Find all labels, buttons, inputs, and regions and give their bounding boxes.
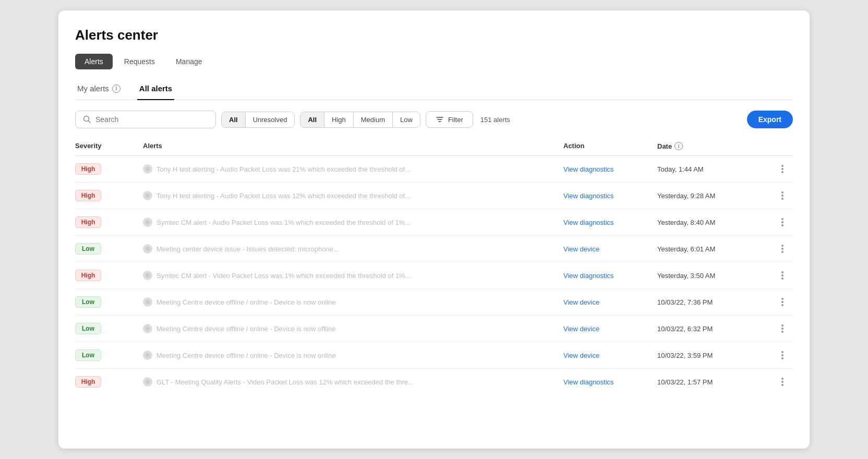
sev-all-btn[interactable]: All — [300, 112, 324, 127]
alert-icon — [143, 164, 152, 174]
alert-icon — [143, 191, 152, 200]
table-row: High GLT - Meeting Quality Alerts - Vide… — [75, 369, 793, 395]
svg-point-6 — [146, 194, 150, 198]
severity-cell: High — [75, 270, 143, 281]
more-options-button[interactable] — [772, 351, 793, 359]
tab-alerts[interactable]: Alerts — [75, 54, 113, 69]
more-options-button[interactable] — [772, 191, 793, 200]
severity-cell: Low — [75, 243, 143, 255]
alert-text-cell: Tony H test alerting - Audio Packet Loss… — [143, 164, 563, 174]
alert-text-cell: Meeting center device issue - Issues det… — [143, 244, 563, 253]
severity-badge: Low — [75, 323, 101, 334]
action-link[interactable]: View diagnostics — [563, 378, 614, 386]
alert-description: Tony H test alerting - Audio Packet Loss… — [156, 192, 411, 200]
info-icon: i — [112, 84, 120, 93]
action-cell: View diagnostics — [563, 191, 657, 200]
action-cell: View diagnostics — [563, 164, 657, 174]
severity-cell: High — [75, 376, 143, 388]
alert-text-cell: Meeting Centre device offline / online -… — [143, 324, 563, 333]
sub-tab-all-alerts[interactable]: All alerts — [137, 80, 174, 100]
more-options-button[interactable] — [772, 378, 793, 386]
alert-text-cell: Meeting Centre device offline / online -… — [143, 351, 563, 360]
alert-text-cell: Symtec CM alert - Audio Packet Loss was … — [143, 218, 563, 227]
action-link[interactable]: View device — [563, 325, 599, 333]
more-options-button[interactable] — [772, 298, 793, 306]
date-cell: Yesterday, 6:01 AM — [657, 245, 772, 253]
severity-badge: Low — [75, 349, 101, 361]
toolbar: All Unresolved All High Medium Low Filte… — [75, 111, 793, 128]
alert-icon — [143, 351, 152, 360]
svg-point-7 — [146, 220, 150, 224]
sub-tab-my-alerts[interactable]: My alerts i — [75, 80, 123, 100]
alert-text-cell: Tony H test alerting - Audio Packet Loss… — [143, 191, 563, 200]
table-row: Low Meeting Centre device offline / onli… — [75, 342, 793, 369]
date-cell: Today, 1:44 AM — [657, 165, 772, 173]
search-input[interactable] — [95, 115, 208, 124]
date-cell: 10/03/22, 1:57 PM — [657, 378, 772, 386]
col-alerts: Alerts — [143, 142, 563, 150]
export-button[interactable]: Export — [747, 111, 793, 128]
tab-requests[interactable]: Requests — [115, 54, 164, 69]
action-link[interactable]: View device — [563, 298, 599, 306]
action-cell: View device — [563, 324, 657, 333]
alert-icon — [143, 218, 152, 227]
sev-high-btn[interactable]: High — [324, 112, 354, 127]
severity-cell: High — [75, 216, 143, 228]
table-row: Low Meeting center device issue - Issues… — [75, 236, 793, 262]
more-options-button[interactable] — [772, 218, 793, 226]
severity-cell: High — [75, 163, 143, 175]
alert-icon — [143, 377, 152, 386]
severity-cell: Low — [75, 296, 143, 308]
action-link[interactable]: View diagnostics — [563, 219, 614, 226]
svg-point-13 — [146, 380, 150, 384]
alert-description: Symtec CM alert - Audio Packet Loss was … — [156, 219, 411, 226]
alert-description: Meeting Centre device offline / online -… — [156, 298, 336, 306]
more-options-button[interactable] — [772, 165, 793, 173]
action-cell: View diagnostics — [563, 377, 657, 386]
action-cell: View device — [563, 297, 657, 307]
date-cell: 10/03/22, 7:36 PM — [657, 298, 772, 306]
action-link[interactable]: View diagnostics — [563, 192, 614, 200]
action-cell: View device — [563, 351, 657, 360]
sub-tabs: My alerts i All alerts — [75, 80, 793, 100]
severity-cell: High — [75, 190, 143, 201]
col-action: Action — [563, 142, 657, 150]
more-options-button[interactable] — [772, 324, 793, 333]
action-link[interactable]: View device — [563, 352, 599, 359]
sev-medium-btn[interactable]: Medium — [354, 112, 393, 127]
more-options-button[interactable] — [772, 245, 793, 253]
severity-cell: Low — [75, 349, 143, 361]
severity-badge: High — [75, 270, 101, 281]
alert-icon — [143, 244, 152, 253]
severity-badge: High — [75, 190, 101, 201]
date-cell: 10/03/22, 6:32 PM — [657, 325, 772, 333]
alert-description: Tony H test alerting - Audio Packet Loss… — [156, 165, 411, 173]
filter-all-btn[interactable]: All — [222, 112, 246, 127]
action-link[interactable]: View diagnostics — [563, 165, 614, 173]
alert-icon — [143, 271, 152, 280]
alerts-table: Severity Alerts Action Date i High Tony … — [75, 138, 793, 395]
tab-manage[interactable]: Manage — [166, 54, 212, 69]
sub-tab-all-alerts-label: All alerts — [139, 84, 172, 93]
sev-low-btn[interactable]: Low — [393, 112, 420, 127]
top-tabs: Alerts Requests Manage — [75, 54, 793, 69]
action-link[interactable]: View device — [563, 245, 599, 253]
sub-tab-my-alerts-label: My alerts — [77, 84, 109, 93]
action-link[interactable]: View diagnostics — [563, 272, 614, 280]
filter-unresolved-btn[interactable]: Unresolved — [246, 112, 295, 127]
table-header: Severity Alerts Action Date i — [75, 138, 793, 156]
table-row: Low Meeting Centre device offline / onli… — [75, 316, 793, 342]
filter-label: Filter — [448, 116, 463, 124]
alert-description: GLT - Meeting Quality Alerts - Video Pac… — [156, 378, 414, 386]
search-box[interactable] — [75, 111, 216, 128]
table-row: High Tony H test alerting - Audio Packet… — [75, 156, 793, 183]
severity-cell: Low — [75, 323, 143, 334]
date-cell: Yesterday, 3:50 AM — [657, 272, 772, 280]
more-options-button[interactable] — [772, 271, 793, 280]
svg-point-5 — [146, 167, 150, 171]
svg-point-9 — [146, 273, 150, 277]
date-cell: 10/03/22, 3:59 PM — [657, 352, 772, 359]
filter-button[interactable]: Filter — [426, 111, 473, 128]
col-date: Date i — [657, 142, 772, 150]
table-row: High Symtec CM alert - Video Packet Loss… — [75, 262, 793, 289]
